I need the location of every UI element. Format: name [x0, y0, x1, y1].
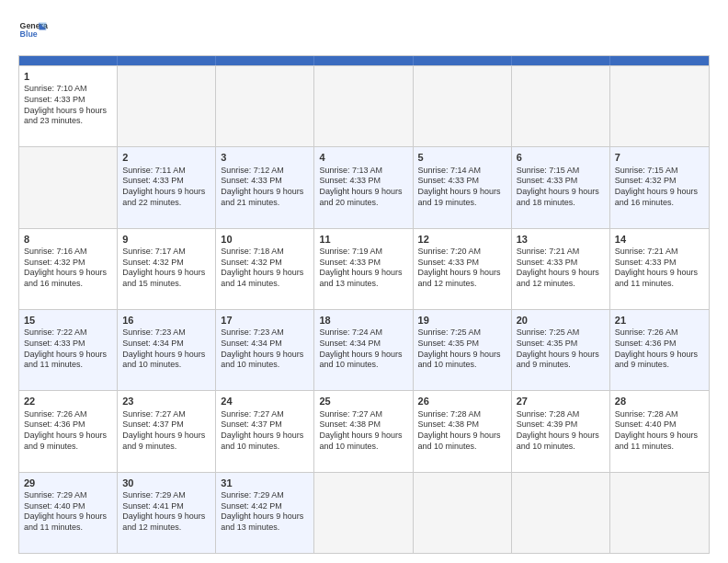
sunrise: Sunrise: 7:21 AM: [615, 247, 678, 256]
sunrise: Sunrise: 7:10 AM: [24, 84, 87, 93]
daylight: Daylight hours 9 hours and 11 minutes.: [24, 511, 107, 532]
sunrise: Sunrise: 7:26 AM: [24, 409, 87, 419]
sunset: Sunset: 4:32 PM: [615, 176, 677, 185]
sunrise: Sunrise: 7:16 AM: [24, 247, 87, 256]
sunrise: Sunrise: 7:18 AM: [221, 247, 284, 256]
calendar-cell: 26Sunrise: 7:28 AMSunset: 4:38 PMDayligh…: [414, 391, 512, 471]
day-number: 13: [517, 233, 605, 246]
calendar-cell: 18Sunrise: 7:24 AMSunset: 4:34 PMDayligh…: [314, 310, 413, 390]
day-number: 16: [122, 314, 210, 327]
day-number: 20: [517, 314, 605, 327]
daylight: Daylight hours 9 hours and 11 minutes.: [615, 268, 698, 288]
calendar-row: 2Sunrise: 7:11 AMSunset: 4:33 PMDaylight…: [19, 146, 709, 227]
col-thursday: [414, 56, 512, 65]
day-number: 23: [122, 395, 210, 408]
day-number: 30: [122, 477, 210, 489]
sunrise: Sunrise: 7:15 AM: [517, 166, 580, 175]
calendar-cell: 28Sunrise: 7:28 AMSunset: 4:40 PMDayligh…: [610, 391, 709, 471]
sunset: Sunset: 4:38 PM: [319, 419, 381, 429]
calendar-row: 22Sunrise: 7:26 AMSunset: 4:36 PMDayligh…: [19, 390, 709, 471]
daylight: Daylight hours 9 hours and 10 minutes.: [418, 431, 501, 451]
sunrise: Sunrise: 7:28 AM: [418, 409, 482, 419]
calendar-cell: 12Sunrise: 7:20 AMSunset: 4:33 PMDayligh…: [414, 229, 512, 309]
daylight: Daylight hours 9 hours and 13 minutes.: [221, 511, 303, 532]
calendar-cell: 15Sunrise: 7:22 AMSunset: 4:33 PMDayligh…: [19, 310, 118, 390]
logo-icon: General Blue: [18, 17, 48, 46]
sunset: Sunset: 4:37 PM: [221, 419, 282, 429]
sunset: Sunset: 4:36 PM: [615, 339, 677, 348]
day-number: 4: [319, 151, 407, 164]
sunrise: Sunrise: 7:29 AM: [122, 490, 186, 500]
calendar-cell: [610, 66, 709, 146]
sunset: Sunset: 4:34 PM: [122, 339, 184, 348]
col-friday: [512, 56, 610, 65]
daylight: Daylight hours 9 hours and 20 minutes.: [319, 187, 402, 207]
sunrise: Sunrise: 7:24 AM: [319, 327, 382, 337]
calendar-cell: 10Sunrise: 7:18 AMSunset: 4:32 PMDayligh…: [216, 229, 314, 309]
day-number: 28: [615, 395, 704, 408]
sunset: Sunset: 4:34 PM: [221, 339, 282, 348]
sunset: Sunset: 4:33 PM: [319, 258, 381, 267]
col-saturday: [610, 56, 709, 65]
col-monday: [118, 56, 216, 65]
sunrise: Sunrise: 7:28 AM: [615, 409, 678, 419]
sunset: Sunset: 4:32 PM: [221, 258, 282, 267]
calendar-cell: 5Sunrise: 7:14 AMSunset: 4:33 PMDaylight…: [414, 147, 512, 227]
sunset: Sunset: 4:32 PM: [24, 258, 85, 267]
calendar-cell: [314, 473, 413, 553]
sunrise: Sunrise: 7:23 AM: [122, 327, 186, 337]
sunrise: Sunrise: 7:28 AM: [517, 409, 580, 419]
day-number: 17: [221, 314, 309, 327]
calendar-cell: 7Sunrise: 7:15 AMSunset: 4:32 PMDaylight…: [610, 147, 709, 227]
day-number: 12: [418, 233, 506, 246]
daylight: Daylight hours 9 hours and 22 minutes.: [122, 187, 205, 207]
day-number: 19: [418, 314, 506, 327]
sunset: Sunset: 4:33 PM: [221, 176, 282, 185]
calendar-cell: 23Sunrise: 7:27 AMSunset: 4:37 PMDayligh…: [118, 391, 216, 471]
sunrise: Sunrise: 7:20 AM: [418, 247, 482, 256]
header: General Blue: [18, 17, 710, 46]
daylight: Daylight hours 9 hours and 15 minutes.: [122, 268, 205, 288]
day-number: 9: [122, 233, 210, 246]
daylight: Daylight hours 9 hours and 9 minutes.: [24, 431, 107, 451]
sunrise: Sunrise: 7:14 AM: [418, 166, 482, 175]
sunset: Sunset: 4:33 PM: [24, 95, 85, 104]
sunset: Sunset: 4:40 PM: [24, 501, 85, 511]
calendar-cell: 19Sunrise: 7:25 AMSunset: 4:35 PMDayligh…: [414, 310, 512, 390]
calendar-cell: [216, 66, 314, 146]
sunset: Sunset: 4:33 PM: [418, 258, 480, 267]
calendar-cell: 1Sunrise: 7:10 AMSunset: 4:33 PMDaylight…: [19, 66, 118, 146]
sunrise: Sunrise: 7:19 AM: [319, 247, 382, 256]
day-number: 24: [221, 395, 309, 408]
daylight: Daylight hours 9 hours and 11 minutes.: [615, 431, 698, 451]
daylight: Daylight hours 9 hours and 9 minutes.: [517, 350, 599, 370]
day-number: 21: [615, 314, 704, 327]
day-number: 25: [319, 395, 407, 408]
day-number: 22: [24, 395, 112, 408]
calendar-cell: 4Sunrise: 7:13 AMSunset: 4:33 PMDaylight…: [314, 147, 413, 227]
daylight: Daylight hours 9 hours and 23 minutes.: [24, 106, 107, 126]
calendar-body: 1Sunrise: 7:10 AMSunset: 4:33 PMDaylight…: [19, 65, 709, 553]
calendar-cell: 21Sunrise: 7:26 AMSunset: 4:36 PMDayligh…: [610, 310, 709, 390]
daylight: Daylight hours 9 hours and 14 minutes.: [221, 268, 303, 288]
col-sunday: [19, 56, 118, 65]
sunrise: Sunrise: 7:27 AM: [319, 409, 382, 419]
calendar-cell: [414, 66, 512, 146]
daylight: Daylight hours 9 hours and 10 minutes.: [122, 350, 205, 370]
calendar-row: 8Sunrise: 7:16 AMSunset: 4:32 PMDaylight…: [19, 228, 709, 309]
page: General Blue 1Sunrise: 7:10 AMSunset: 4:…: [0, 0, 728, 563]
daylight: Daylight hours 9 hours and 11 minutes.: [24, 350, 107, 370]
calendar-cell: 11Sunrise: 7:19 AMSunset: 4:33 PMDayligh…: [314, 229, 413, 309]
sunrise: Sunrise: 7:27 AM: [122, 409, 186, 419]
daylight: Daylight hours 9 hours and 12 minutes.: [122, 511, 205, 532]
col-tuesday: [216, 56, 314, 65]
calendar-cell: 17Sunrise: 7:23 AMSunset: 4:34 PMDayligh…: [216, 310, 314, 390]
day-number: 29: [24, 477, 112, 489]
sunset: Sunset: 4:38 PM: [418, 419, 480, 429]
calendar-header: [19, 56, 709, 65]
day-number: 10: [221, 233, 309, 246]
day-number: 6: [517, 151, 605, 164]
day-number: 18: [319, 314, 407, 327]
calendar-cell: [610, 473, 709, 553]
daylight: Daylight hours 9 hours and 10 minutes.: [418, 350, 501, 370]
